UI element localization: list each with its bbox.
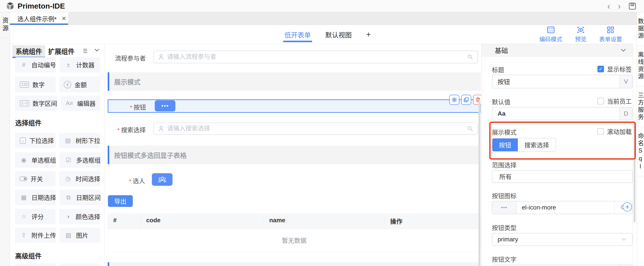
column-index: #	[108, 214, 141, 229]
component-color-picker[interactable]: ◑ 颜色选择	[59, 209, 100, 224]
tab-default-view[interactable]: 默认视图	[325, 25, 352, 44]
component-rating[interactable]: ☆ 评分	[15, 209, 56, 224]
button-type-select[interactable]: primary	[492, 233, 632, 246]
app-header: Primeton-IDE ‹ ›	[0, 0, 644, 12]
switch-icon	[19, 176, 27, 181]
save-icon[interactable]	[628, 2, 636, 10]
component-time-picker[interactable]: ◷ 时间选择	[59, 171, 100, 186]
search-select-input[interactable]	[154, 122, 478, 135]
form-settings-label: 表单设置	[599, 35, 622, 43]
person-picker-button[interactable]	[152, 173, 172, 186]
list-view-icon[interactable]: ☰	[83, 48, 88, 54]
document-tab[interactable]: 选人组件示例* ✕	[10, 12, 68, 25]
view-tabs: 低开表单 默认视图 +	[284, 25, 371, 44]
form-canvas[interactable]: 流程参与者 展示模式 按钮 •••	[105, 44, 481, 266]
code-mode-button[interactable]: </> 编码模式	[540, 26, 562, 43]
number-range-icon: 1~3	[20, 100, 29, 106]
rail-tab-third-party-services[interactable]: 三方服务	[637, 86, 644, 127]
component-number-range[interactable]: 1~3 数字区间	[15, 96, 57, 111]
component-date-picker[interactable]: ▦ 日期选择	[15, 190, 56, 205]
nav-forward-icon[interactable]: ›	[618, 2, 621, 10]
button-icon-input[interactable]	[516, 201, 614, 214]
component-date-range[interactable]: ⧉ 日期区间	[60, 190, 101, 205]
chevron-down-icon	[621, 238, 627, 241]
field-settings-button[interactable]	[449, 95, 459, 105]
button-text-input[interactable]	[492, 265, 632, 266]
section-button-mode-subtable: 按钮模式多选回显子表格	[108, 146, 481, 164]
counter-icon: ±	[64, 62, 73, 68]
preview-eye-icon	[577, 26, 585, 34]
nav-back-icon[interactable]: ‹	[607, 2, 610, 10]
component-select[interactable]: ⌄ 下拉选择	[15, 133, 56, 148]
current-employee-checkbox[interactable]: 当前员工	[598, 97, 632, 106]
add-view-button[interactable]: +	[366, 30, 371, 39]
component-counter[interactable]: ± 计数器	[60, 57, 100, 72]
checkbox-group-icon: ☑	[64, 156, 73, 164]
group-title-advanced-components: 高级组件	[15, 250, 42, 260]
properties-scrollbar[interactable]	[634, 122, 636, 222]
number-icon: 123	[20, 82, 29, 88]
component-switch[interactable]: 开关	[15, 171, 56, 186]
tab-lowcode-form[interactable]: 低开表单	[284, 25, 311, 44]
rail-tab-datasource[interactable]: 数据源	[637, 12, 644, 46]
export-button[interactable]: 导出	[108, 195, 133, 207]
component-auto-number[interactable]: # 自动编号	[15, 57, 56, 72]
button-icon-input-group: •••	[492, 201, 632, 214]
data-binding-button[interactable]: D	[620, 108, 632, 120]
people-icon	[158, 176, 166, 183]
tab-system-components[interactable]: 系统组件	[12, 45, 45, 57]
component-partial[interactable]	[59, 263, 100, 266]
participant-field-label: 流程参与者	[114, 54, 146, 62]
section-display-mode: 展示模式	[108, 72, 481, 91]
rail-tab-named-sql[interactable]: 命名Sql	[637, 127, 644, 177]
show-label-checkbox[interactable]: ✓ 显示标签	[598, 65, 632, 74]
gear-icon	[451, 97, 458, 103]
button-icon-prop-label: 按钮图标	[492, 191, 516, 200]
document-tab-label: 选人组件示例*	[17, 14, 57, 23]
more-dots-button[interactable]: •••	[155, 100, 176, 112]
variable-binding-button[interactable]: V	[620, 75, 632, 88]
button-field-label: 按钮	[130, 103, 146, 112]
tab-extension-components[interactable]: 扩展组件	[45, 45, 78, 57]
document-tabstrip: 选人组件示例* ✕	[10, 12, 637, 25]
component-radio-group[interactable]: ◉ 单选框组	[15, 152, 56, 168]
component-checkbox-group[interactable]: ☑ 多选框组	[60, 152, 101, 168]
selected-button-field[interactable]: 按钮 •••	[108, 99, 481, 113]
scroll-load-checkbox[interactable]: 滚动加载	[598, 127, 632, 136]
canvas-scrollbar[interactable]	[478, 100, 480, 266]
display-mode-prop-label: 展示模式	[492, 128, 516, 136]
column-code: code	[141, 214, 264, 229]
close-tab-icon[interactable]: ✕	[62, 15, 66, 22]
component-image[interactable]: ▨ 图片	[60, 228, 100, 243]
collapse-chevron-down-icon[interactable]	[94, 48, 100, 52]
component-tree-select[interactable]: ▤ 树形下拉	[59, 133, 100, 148]
editor-icon: A≡	[65, 100, 74, 107]
form-settings-button[interactable]: 表单设置	[599, 26, 622, 43]
rail-tab-offline-resources[interactable]: 离线资源	[637, 46, 644, 86]
component-number[interactable]: 123 数字	[15, 77, 56, 92]
default-value-input[interactable]: D	[492, 107, 632, 120]
image-icon: ▨	[64, 232, 73, 239]
icon-preview-more-icon[interactable]: •••	[492, 201, 516, 214]
participant-input[interactable]	[154, 50, 478, 63]
preview-button[interactable]: 预览	[575, 26, 586, 43]
add-range-button[interactable]: +	[623, 202, 632, 212]
title-prop-input[interactable]: V	[492, 75, 632, 88]
column-actions: 操作	[385, 214, 480, 229]
rail-tab-resources[interactable]: 资源	[0, 12, 10, 38]
display-mode-option-search-select[interactable]: 搜索选择	[518, 138, 556, 151]
properties-panel: 基础 标题 ✓ 显示标签 V 默认值 当前员工 D 展示模式 滚动加载 按钮 搜…	[481, 44, 633, 266]
component-attachment-upload[interactable]: ⇧ 附件上传	[15, 228, 56, 243]
variable-binding-button[interactable]	[620, 265, 632, 266]
component-editor[interactable]: A≡ 编辑器	[61, 96, 100, 111]
search-icon	[467, 126, 473, 132]
display-mode-option-button[interactable]: 按钮	[492, 138, 518, 151]
range-select-value[interactable]: 所有	[492, 170, 632, 183]
component-partial[interactable]	[15, 263, 56, 266]
props-group-basic[interactable]: 基础	[482, 44, 633, 56]
date-range-icon: ⧉	[64, 194, 73, 201]
component-amount[interactable]: ¥ 金额	[59, 77, 100, 92]
primeton-logo-icon	[6, 2, 14, 10]
field-copy-button[interactable]	[461, 95, 471, 105]
color-picker-icon: ◑	[64, 213, 72, 220]
